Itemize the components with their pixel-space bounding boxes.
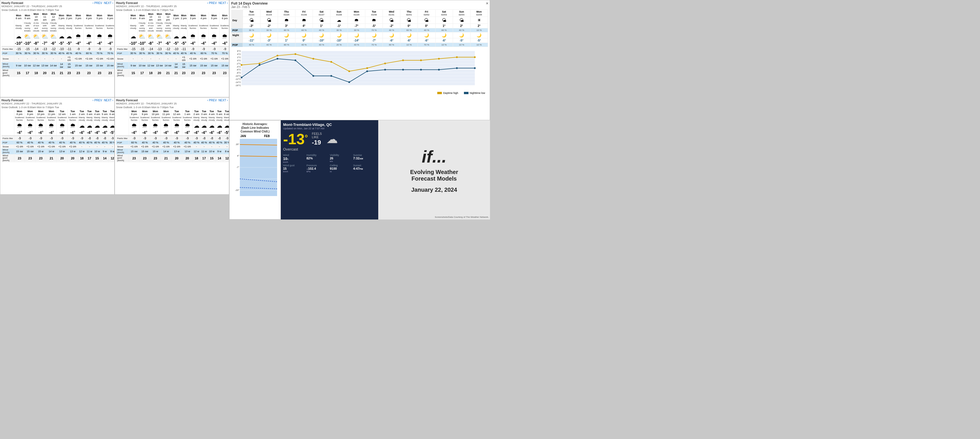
historic-months: JAN FEB: [231, 135, 279, 138]
current-updated: Updated on Mon, Jan 22 at 7:07 AM: [283, 127, 376, 130]
visibility-detail: Visibility 26 km: [330, 154, 353, 163]
svg-text:-7°: -7°: [236, 166, 239, 168]
wind-unit: km/h: [283, 161, 306, 163]
panel4-prev[interactable]: ‹ PREV: [207, 99, 216, 102]
historic-chart-svg: 25° 9° -7° -23°: [231, 139, 280, 196]
wind-value: 10E: [283, 157, 306, 161]
panel1-sub1: MONDAY, JANUARY 22 - THURSDAY, JANUARY 2…: [2, 5, 62, 8]
panel3-sub1: MONDAY, JANUARY 22 - THURSDAY, JANUARY 2…: [2, 102, 62, 105]
panel1-prev[interactable]: ‹ PREV: [92, 2, 102, 5]
panel3-title: Hourly Forecast: [2, 99, 62, 102]
svg-text:4°C: 4°C: [237, 53, 241, 55]
panel3-sub2: Snow Outlook: 1-3 cm 8:00am Mon to 7:00p…: [2, 106, 62, 109]
sunrise-value: 7:32AM: [353, 157, 376, 160]
historic-panel: Historic Averages:(Dash Line IndicatesCo…: [229, 120, 281, 220]
svg-point-32: [366, 67, 368, 69]
svg-text:2°C: 2°C: [237, 56, 241, 59]
feels-like-value: -19: [312, 139, 322, 146]
svg-point-51: [456, 67, 458, 69]
overview-panel: ✕ Full 14 Days Overview Jan 23 - Feb 5 T…: [229, 0, 490, 120]
svg-text:-14°C: -14°C: [235, 81, 241, 84]
footer-text: Screenshots/Data Courtesy of The Weather…: [435, 216, 489, 218]
overview-title: Full 14 Days Overview: [231, 2, 488, 5]
svg-point-43: [312, 75, 314, 77]
panel2-prev[interactable]: ‹ PREV: [207, 2, 216, 5]
panel4-title: Hourly Forecast: [116, 99, 177, 102]
panel3-hourly-table: Mon 8 pm Mon 9 pm Mon 10 pm Mon 11 pm Tu…: [2, 109, 113, 162]
if-panel: if... Evolving WeatherForecast Models Ja…: [378, 120, 490, 220]
sunrise-label: Sunrise: [353, 154, 376, 157]
if-line1: Evolving WeatherForecast Models: [410, 169, 458, 182]
weather-icon-current: ☁: [326, 133, 338, 146]
pressure-label: Pressure: [307, 164, 329, 167]
windgust-label: Wind gust: [283, 164, 306, 167]
svg-point-28: [294, 53, 296, 55]
svg-text:9°: 9°: [237, 155, 239, 157]
svg-point-35: [420, 60, 422, 61]
svg-text:-23°: -23°: [235, 189, 239, 192]
svg-point-48: [402, 69, 404, 70]
bottom-panels: Hourly Forecast MONDAY, JANUARY 22 - THU…: [0, 97, 229, 195]
panel4-sub2: Snow Outlook: 1-3 cm 8:00am Mon to 7:00p…: [116, 106, 177, 109]
current-temp-row: -13 ° FEELSLIKE -19 ☁: [283, 132, 376, 147]
panel2-title: Hourly Forecast: [116, 2, 177, 5]
svg-point-31: [348, 70, 350, 72]
degree-symbol: °: [305, 133, 308, 143]
panel4-next[interactable]: NEXT ›: [218, 99, 228, 102]
svg-point-36: [438, 58, 440, 60]
visibility-value: 26: [330, 157, 353, 160]
hourly-panel-1: Hourly Forecast MONDAY, JANUARY 22 - THU…: [0, 0, 115, 97]
svg-point-50: [438, 69, 440, 70]
hourly-panel-2: Hourly Forecast MONDAY, JANUARY 22 - THU…: [115, 0, 229, 97]
wind-label: Wind: [283, 154, 306, 157]
panel3-prev[interactable]: ‹ PREV: [92, 99, 102, 102]
close-button[interactable]: ✕: [486, 2, 488, 5]
sunset-label: Sunset: [353, 164, 376, 167]
historic-title: Historic Averages:(Dash Line IndicatesCo…: [231, 122, 279, 133]
svg-point-46: [366, 70, 368, 72]
svg-text:-8°C: -8°C: [236, 71, 241, 74]
svg-text:6°C: 6°C: [237, 50, 241, 52]
svg-point-33: [384, 63, 386, 64]
humidity-detail: Humidity 82%: [307, 154, 329, 163]
windgust-detail: Wind gust 15 km/h: [283, 164, 306, 173]
current-details-grid: Wind 10E km/h Humidity 82% Visibility 26…: [283, 154, 376, 173]
right-side: ✕ Full 14 Days Overview Jan 23 - Feb 5 T…: [229, 0, 490, 220]
svg-text:0°C: 0°C: [237, 59, 241, 62]
hourly-panel-4: Hourly Forecast MONDAY, JANUARY 22 - THU…: [115, 97, 229, 195]
humidity-value: 82%: [307, 157, 329, 160]
visibility-label: Visibility: [330, 154, 353, 157]
panel3-next[interactable]: NEXT ›: [104, 99, 113, 102]
feels-like-label: FEELSLIKE: [312, 132, 322, 139]
overview-dates: Jan 23 - Feb 5: [231, 5, 488, 9]
svg-point-45: [348, 81, 350, 83]
panel1-sub2: Snow Outlook: 1-3 cm 8:00am Mon to 7:00p…: [2, 9, 62, 11]
overview-table: Tue01/23Wed01/24Thu01/25Fri01/26Sat01/27…: [231, 10, 488, 47]
pressure-unit: kPa: [307, 170, 329, 173]
panel1-next[interactable]: NEXT ›: [104, 2, 113, 5]
ceiling-detail: Ceiling 9100 m: [330, 164, 353, 173]
panel4-hourly-table: Mon 8 pm Mon 9 pm Mon 10 pm Mon 11 pm Tu…: [116, 109, 228, 162]
vis-unit: km: [330, 160, 353, 163]
svg-point-29: [312, 58, 314, 60]
current-condition: Overcast: [283, 147, 376, 151]
svg-point-40: [259, 64, 261, 66]
panel2-sub2: Snow Outlook: 1-3 cm 8:00am Mon to 7:00p…: [116, 9, 177, 11]
panel2-hourly-table: Mon 8 am Mon 9 am Mon 10 am Mon 11 am Mo…: [116, 12, 228, 77]
svg-point-42: [294, 60, 296, 61]
svg-text:-6°C: -6°C: [236, 68, 241, 71]
svg-text:-12°C: -12°C: [235, 78, 241, 81]
panel2-next[interactable]: NEXT ›: [218, 2, 228, 5]
svg-point-34: [402, 60, 404, 61]
gust-unit: km/h: [283, 170, 306, 173]
pressure-detail: Pressure ↓102.4 kPa: [307, 164, 329, 173]
current-location: Mont-Tremblant-Village, QC: [283, 122, 376, 127]
humidity-label: Humidity: [307, 154, 329, 157]
svg-text:-10°C: -10°C: [235, 75, 241, 77]
svg-point-37: [456, 56, 458, 58]
wind-detail: Wind 10E km/h: [283, 154, 306, 163]
temperature-chart: 6°C4°C2°C0°C-2°C-4°C-6°C-8°C-10°C-12°C-1…: [231, 48, 488, 94]
svg-point-52: [474, 67, 476, 69]
main-layout: Hourly Forecast MONDAY, JANUARY 22 - THU…: [0, 0, 490, 220]
current-panel: Mont-Tremblant-Village, QC Updated on Mo…: [281, 120, 378, 220]
